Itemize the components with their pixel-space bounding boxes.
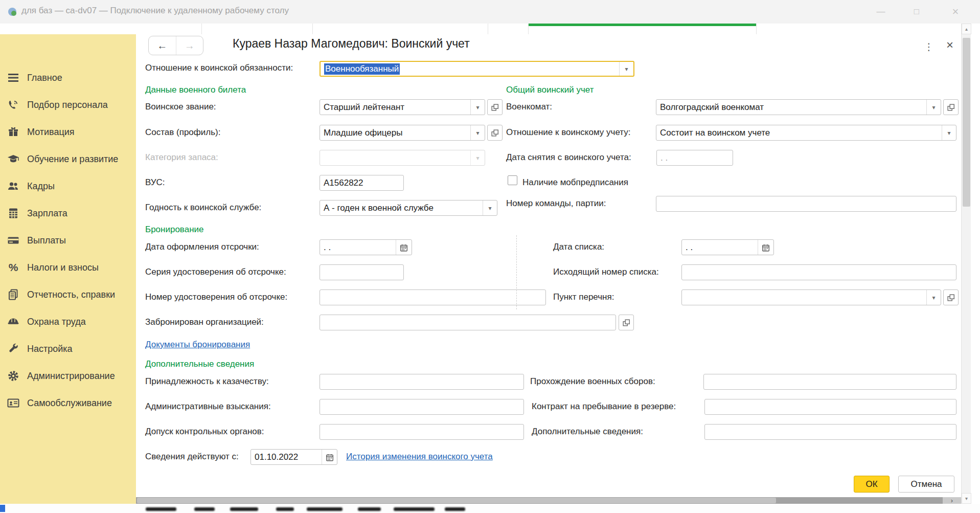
scrollbar-thumb[interactable] (137, 498, 776, 503)
scroll-up-icon[interactable]: ▴ (962, 24, 971, 34)
mob-order-checkbox[interactable] (508, 175, 517, 185)
open-icon (622, 318, 631, 327)
deferment-series-input[interactable] (320, 264, 404, 280)
profile-value: Младшие офицеры (320, 125, 470, 140)
ok-button[interactable]: ОК (854, 476, 890, 493)
relation-value: Военнообязанный (324, 63, 400, 75)
valid-from-date-input[interactable]: 01.10.2022 (250, 449, 337, 465)
documents-icon (7, 288, 19, 301)
sidebar-item-settings[interactable]: Настройка (7, 342, 73, 355)
open-icon (946, 293, 955, 302)
scroll-down-icon[interactable]: ▾ (962, 493, 971, 504)
reserve-contract-label: Контракт на пребывание в резерве: (532, 402, 676, 412)
minimize-icon[interactable]: — (869, 0, 893, 24)
sidebar-item-motivation[interactable]: Мотивация (7, 125, 75, 139)
gear-icon (7, 370, 19, 382)
sidebar-item-administration[interactable]: Администрирование (7, 369, 115, 383)
commissariat-open-button[interactable] (943, 99, 959, 115)
scrollbar-thumb[interactable] (963, 38, 970, 207)
dereg-date-label: Дата снятия с воинского учета: (506, 152, 631, 163)
vertical-scrollbar[interactable]: ▴ ▾ (961, 24, 971, 504)
dereg-date-input[interactable]: . . (656, 150, 733, 166)
scroll-right-icon[interactable]: › (943, 497, 961, 504)
training-input[interactable] (703, 374, 956, 390)
list-point-open-button[interactable] (943, 289, 959, 305)
taskbar-blob (276, 507, 294, 511)
chevron-down-icon[interactable]: ▾ (470, 125, 485, 140)
section-reservation: Бронирование (145, 225, 204, 235)
chevron-down-icon[interactable]: ▾ (942, 125, 956, 140)
reserve-category-value (320, 150, 470, 165)
training-label: Прохождение военных сборов: (530, 376, 655, 387)
sidebar-item-self-service[interactable]: Самообслуживание (7, 396, 112, 410)
calendar-icon[interactable] (396, 240, 412, 255)
sidebar-item-reports[interactable]: Отчетность, справки (7, 288, 115, 301)
cancel-button[interactable]: Отмена (898, 476, 954, 493)
profile-open-button[interactable] (487, 125, 503, 141)
cossack-input[interactable] (320, 374, 524, 390)
taskbar-blob (230, 507, 258, 511)
sidebar-item-taxes[interactable]: % Налоги и взносы (7, 261, 99, 274)
sidebar-item-salary[interactable]: Зарплата (7, 207, 67, 220)
sidebar-item-recruiting[interactable]: Подбор персонала (7, 98, 108, 111)
form-close-icon[interactable]: × (943, 38, 957, 52)
open-icon (946, 103, 955, 112)
sidebar-item-payments[interactable]: Выплаты (7, 234, 66, 247)
calendar-icon[interactable] (322, 450, 337, 464)
reservation-docs-link[interactable]: Документы бронирования (145, 340, 250, 350)
reserved-by-open-button[interactable] (619, 315, 634, 330)
chevron-down-icon[interactable]: ▾ (483, 200, 497, 215)
deferment-number-input[interactable] (320, 289, 546, 305)
sidebar-item-main[interactable]: Главное (7, 71, 62, 84)
history-link[interactable]: История изменения воинского учета (346, 452, 493, 462)
commissariat-combobox[interactable]: Волгоградский военкомат ▾ (656, 99, 941, 115)
taskbar-blob (194, 507, 215, 511)
chevron-down-icon[interactable]: ▾ (619, 62, 633, 76)
open-icon (490, 103, 499, 112)
control-access-input[interactable] (320, 424, 524, 440)
rank-label: Воинское звание: (145, 102, 216, 112)
control-access-label: Допуск контрольных органов: (145, 427, 264, 437)
admin-penalties-label: Административные взыскания: (145, 402, 271, 412)
vus-label: ВУС: (145, 177, 165, 188)
admin-penalties-input[interactable] (320, 399, 524, 415)
vus-input[interactable]: А1562822 (320, 175, 404, 191)
chevron-down-icon[interactable]: ▾ (470, 100, 485, 115)
commissariat-value: Волгоградский военкомат (656, 100, 926, 115)
calendar-icon[interactable] (758, 240, 773, 255)
wrench-icon (7, 343, 19, 355)
rank-combobox[interactable]: Старший лейтенант ▾ (320, 99, 485, 115)
deferment-date-input[interactable]: . . (320, 239, 412, 255)
chevron-down-icon[interactable]: ▾ (926, 290, 941, 305)
list-date-input[interactable]: . . (681, 239, 774, 255)
close-icon[interactable]: × (944, 0, 967, 24)
back-icon[interactable]: ← (149, 36, 176, 55)
list-point-combobox[interactable]: ▾ (681, 289, 941, 305)
maximize-icon[interactable]: □ (905, 0, 928, 24)
sidebar-item-label: Отчетность, справки (27, 289, 115, 300)
profile-combobox[interactable]: Младшие офицеры ▾ (320, 125, 485, 141)
reg-status-combobox[interactable]: Состоит на воинском учете ▾ (656, 125, 956, 141)
sidebar-item-training[interactable]: Обучение и развитие (7, 152, 118, 166)
sidebar-item-hr[interactable]: Кадры (7, 180, 55, 193)
more-icon[interactable]: ⋮ (922, 40, 936, 53)
sidebar-item-label: Обучение и развитие (27, 154, 118, 165)
horizontal-scrollbar[interactable]: › (136, 497, 961, 504)
extra-info-input[interactable] (704, 424, 956, 440)
tab-divider (312, 24, 313, 34)
mob-order-label: Наличие мобпредписания (522, 177, 628, 188)
sidebar-item-labor-safety[interactable]: Охрана труда (7, 315, 86, 328)
reserve-contract-input[interactable] (704, 399, 956, 415)
outgoing-number-input[interactable] (681, 264, 956, 280)
window-title: для баз — ca-dv07 — Подключение к удален… (21, 6, 289, 16)
chevron-down-icon[interactable]: ▾ (926, 100, 941, 115)
fitness-combobox[interactable]: А - годен к военной службе ▾ (320, 200, 497, 216)
team-number-input[interactable] (656, 196, 956, 212)
reserved-by-input[interactable] (320, 315, 616, 330)
list-date-label: Дата списка: (553, 242, 604, 252)
rank-open-button[interactable] (487, 99, 503, 115)
forward-icon[interactable]: → (176, 36, 203, 55)
valid-from-value: 01.10.2022 (251, 450, 322, 464)
relation-combobox[interactable]: Военнообязанный ▾ (320, 61, 634, 77)
gift-icon (7, 126, 19, 138)
